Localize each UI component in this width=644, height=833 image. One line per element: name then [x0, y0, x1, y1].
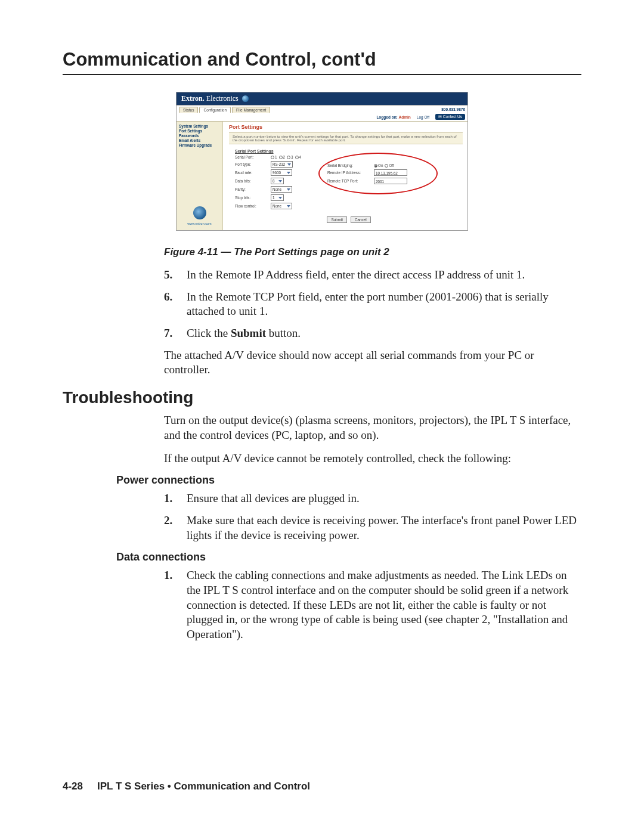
label-port-type: Port type: — [235, 162, 268, 166]
embedded-screenshot: Extron. Electronics Status Configuration… — [176, 92, 468, 231]
label-serial-bridging: Serial Bridging: — [327, 163, 371, 168]
stop-bits-select[interactable]: 1 — [271, 194, 284, 201]
brand-text: Extron. Electronics — [181, 94, 239, 103]
footer-text: IPL T S Series • Communication and Contr… — [97, 781, 310, 792]
tab-status[interactable]: Status — [179, 107, 198, 113]
contact-us-button[interactable]: ✉ Contact Us — [435, 114, 465, 120]
list-item: 1.Ensure that all devices are plugged in… — [164, 491, 581, 506]
logged-on-value: Admin — [399, 115, 411, 119]
data-connections-heading: Data connections — [116, 551, 581, 563]
paragraph: If the output A/V device cannot be remot… — [164, 451, 581, 466]
remote-tcp-input[interactable]: 2001 — [374, 178, 407, 184]
port-type-select[interactable]: RS-232 — [271, 161, 293, 168]
label-stop-bits: Stop bits: — [235, 196, 268, 200]
phone-number: 800.633.9876 — [441, 107, 465, 112]
screenshot-tabs: Status Configuration File Management — [177, 106, 273, 113]
serial-bridging-off-radio[interactable]: Off — [385, 163, 394, 168]
screenshot-topright: 800.633.9876 — [439, 106, 467, 113]
globe-icon — [242, 95, 249, 102]
extron-logo-icon — [193, 206, 206, 219]
sidebar-item-system-settings[interactable]: System Settings — [179, 124, 220, 128]
power-connections-list: 1.Ensure that all devices are plugged in… — [164, 491, 581, 543]
flow-control-select[interactable]: None — [271, 203, 292, 209]
label-baud-rate: Baud rate: — [235, 171, 268, 175]
screenshot-sidebar: System Settings Port Settings Passwords … — [177, 122, 223, 230]
label-flow-control: Flow control: — [235, 204, 268, 208]
page-number: 4-28 — [63, 781, 83, 792]
paragraph: Turn on the output device(s) (plasma scr… — [164, 413, 581, 442]
serial-bridging-on-radio[interactable]: On — [374, 163, 383, 168]
port-settings-description: Select a port number below to view the u… — [229, 132, 463, 144]
serial-port-settings-title: Serial Port Settings — [235, 149, 463, 153]
cancel-button[interactable]: Cancel — [351, 216, 371, 223]
baud-rate-select[interactable]: 9600 — [271, 169, 292, 176]
tab-file-management[interactable]: File Management — [232, 107, 270, 113]
page-footer: 4-28 IPL T S Series • Communication and … — [63, 781, 581, 792]
list-item: 6. In the Remote TCP Port field, enter t… — [164, 290, 581, 319]
label-remote-tcp: Remote TCP Port: — [327, 179, 371, 183]
log-off-link[interactable]: Log Off — [417, 115, 429, 119]
remote-ip-input[interactable]: 10.13.195.62 — [374, 169, 407, 176]
parity-select[interactable]: None — [271, 186, 292, 193]
page-title: Communication and Control, cont'd — [63, 49, 581, 75]
numbered-steps: 5. In the Remote IP Address field, enter… — [164, 268, 581, 341]
figure-caption: Figure 4-11 — The Port Settings page on … — [164, 246, 581, 258]
paragraph: The attached A/V device should now accep… — [164, 348, 581, 377]
label-data-bits: Data bits: — [235, 179, 268, 183]
submit-button[interactable]: Submit — [327, 216, 347, 223]
label-parity: Parity: — [235, 187, 268, 191]
list-item: 7. Click the Submit button. — [164, 326, 581, 341]
troubleshooting-heading: Troubleshooting — [63, 388, 581, 407]
sidebar-item-email-alerts[interactable]: Email Alerts — [179, 138, 220, 143]
label-serial-port: Serial Port: — [235, 155, 268, 159]
data-bits-select[interactable]: 8 — [271, 178, 284, 184]
power-connections-heading: Power connections — [116, 474, 581, 487]
tab-configuration[interactable]: Configuration — [199, 107, 231, 113]
data-connections-list: 1.Check the cabling connections and make… — [164, 568, 581, 642]
list-item: 1.Check the cabling connections and make… — [164, 568, 581, 642]
list-item: 2.Make sure that each device is receivin… — [164, 513, 581, 543]
screenshot-header: Extron. Electronics — [177, 92, 467, 105]
logged-on-label: Logged on: — [376, 115, 397, 119]
label-remote-ip: Remote IP Address: — [327, 171, 371, 175]
sidebar-url[interactable]: www.extron.com — [179, 222, 220, 225]
sidebar-item-port-settings[interactable]: Port Settings — [179, 129, 220, 133]
sidebar-item-firmware-upgrade[interactable]: Firmware Upgrade — [179, 143, 220, 147]
list-item: 5. In the Remote IP Address field, enter… — [164, 268, 581, 283]
serial-port-radios[interactable]: 1 2 3 4 — [271, 155, 301, 159]
sidebar-item-passwords[interactable]: Passwords — [179, 134, 220, 138]
port-settings-heading: Port Settings — [229, 124, 463, 130]
